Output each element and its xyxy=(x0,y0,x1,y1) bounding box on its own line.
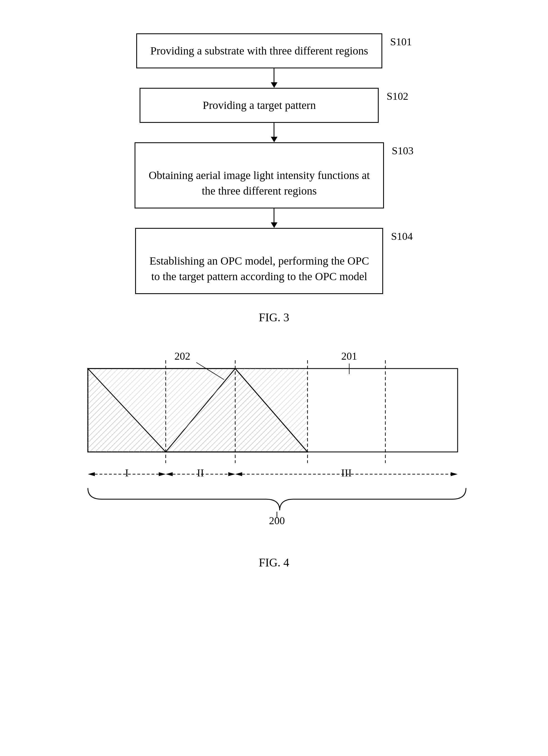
flow-label-s101: S101 xyxy=(390,33,412,48)
fig3-label: FIG. 3 xyxy=(259,311,290,324)
region-label-II: II xyxy=(166,467,235,479)
region-label-III: III xyxy=(235,467,458,479)
flow-box-s101-text: Providing a substrate with three differe… xyxy=(150,44,369,57)
flowchart: Providing a substrate with three differe… xyxy=(107,33,441,294)
flow-row-s102: Providing a target pattern S102 xyxy=(107,88,441,123)
svg-marker-17 xyxy=(166,472,173,476)
flow-label-s104: S104 xyxy=(391,228,413,242)
flow-box-s102: Providing a target pattern xyxy=(139,88,379,123)
flow-arrow-2 xyxy=(271,123,278,142)
fig4-container: 202 201 I II xyxy=(79,352,469,569)
flow-row-s103: Obtaining aerial image light intensity f… xyxy=(107,142,441,208)
flow-arrow-3 xyxy=(271,208,278,228)
svg-marker-14 xyxy=(159,472,166,476)
flow-box-s103: Obtaining aerial image light intensity f… xyxy=(134,142,384,208)
annotation-201: 201 xyxy=(341,352,357,362)
svg-text:III: III xyxy=(341,467,352,479)
flow-label-s103: S103 xyxy=(392,142,414,157)
arrow-head-1 xyxy=(271,82,278,88)
annotation-202: 202 xyxy=(174,352,190,362)
arrow-head-3 xyxy=(271,222,278,228)
svg-marker-18 xyxy=(228,472,235,476)
arrow-line-3 xyxy=(273,208,275,222)
flow-box-s102-text: Providing a target pattern xyxy=(203,99,316,111)
svg-marker-22 xyxy=(451,472,458,476)
flow-arrow-1 xyxy=(271,68,278,88)
flow-label-s102: S102 xyxy=(387,88,408,102)
flow-row-s104: Establishing an OPC model, performing th… xyxy=(107,228,441,294)
flow-box-s103-text: Obtaining aerial image light intensity f… xyxy=(149,169,370,197)
arrow-line-1 xyxy=(273,68,275,82)
flow-box-s101: Providing a substrate with three differe… xyxy=(136,33,383,68)
arrow-head-2 xyxy=(271,137,278,142)
region-label-I: I xyxy=(88,467,166,479)
flow-box-s104-text: Establishing an OPC model, performing th… xyxy=(149,255,369,283)
flow-box-s104: Establishing an OPC model, performing th… xyxy=(135,228,383,294)
svg-marker-21 xyxy=(235,472,242,476)
fig4-diagram: 202 201 I II xyxy=(79,352,469,542)
svg-text:II: II xyxy=(197,467,204,479)
arrow-line-2 xyxy=(273,123,275,137)
svg-marker-13 xyxy=(88,472,95,476)
svg-text:I: I xyxy=(125,467,128,479)
fig4-label: FIG. 4 xyxy=(259,556,290,569)
flow-row-s101: Providing a substrate with three differe… xyxy=(107,33,441,68)
